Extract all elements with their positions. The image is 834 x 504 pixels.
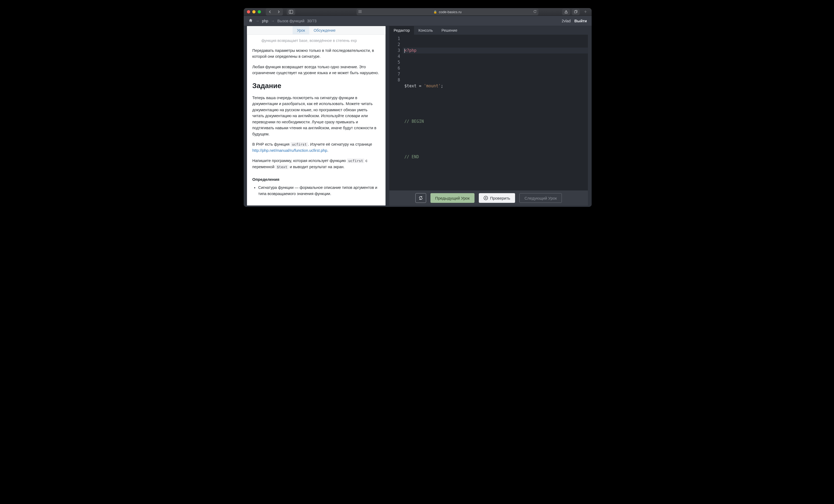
url-bar[interactable]: 🔒 code-basics.ru (356, 8, 539, 15)
lesson-content[interactable]: функция возвращает base, возведённое в с… (247, 35, 386, 205)
lock-icon: 🔒 (433, 10, 437, 14)
next-lesson-button: Следующий Урок (519, 193, 562, 203)
sidebar-toggle-icon[interactable] (287, 8, 295, 15)
reset-button[interactable] (415, 193, 426, 203)
reader-icon[interactable] (358, 10, 362, 14)
traffic-lights (247, 10, 261, 14)
close-window-icon[interactable] (247, 10, 250, 14)
app-header: → php → Вызов функций 30/73 2vlad Выйти (244, 16, 592, 26)
doc-link[interactable]: http://php.net/manual/ru/function.ucfirs… (252, 148, 327, 153)
svg-rect-6 (574, 11, 577, 13)
definitions-list: Сигнатура функции — формальное описание … (252, 184, 380, 197)
prev-lesson-button[interactable]: Предыдущий Урок (431, 193, 475, 203)
editor-tabs: Редактор Консоль Решение (389, 26, 588, 35)
tab-lesson[interactable]: Урок (292, 26, 309, 35)
url-text: code-basics.ru (439, 10, 462, 14)
breadcrumb: → php → Вызов функций 30/73 (248, 18, 316, 23)
browser-window: 🔒 code-basics.ru + (244, 8, 592, 207)
action-bar: Предыдущий Урок Проверить Следующий Урок (389, 191, 588, 205)
task-heading: Задание (252, 80, 380, 91)
lesson-tabs: Урок Обсуждение (247, 26, 386, 35)
tabs-icon[interactable] (572, 8, 580, 15)
lesson-paragraph: В PHP есть функция ucfirst. Изучите её с… (252, 141, 380, 153)
maximize-window-icon[interactable] (258, 10, 261, 14)
refresh-icon (419, 196, 423, 200)
tab-solution[interactable]: Решение (437, 26, 462, 35)
breadcrumb-lesson-counter: 30/73 (307, 19, 316, 23)
line-gutter: 12345678 (389, 35, 403, 191)
code-text-var: $text (276, 165, 289, 169)
tab-discussion[interactable]: Обсуждение (309, 26, 340, 35)
minimize-window-icon[interactable] (252, 10, 256, 14)
browser-titlebar: 🔒 code-basics.ru + (244, 8, 592, 16)
code-ucfirst: ucfirst (290, 142, 308, 147)
play-icon (484, 196, 488, 200)
lesson-paragraph: Любая функция возвращает всегда только о… (252, 64, 380, 76)
lesson-paragraph: Теперь ваша очередь посмотреть на сигнат… (252, 95, 380, 137)
lesson-panel: Урок Обсуждение функция возвращает base,… (247, 26, 386, 205)
share-icon[interactable] (562, 8, 570, 15)
tab-console[interactable]: Консоль (414, 26, 437, 35)
chevron-right-icon: → (271, 19, 275, 23)
svg-rect-0 (289, 10, 293, 14)
check-button[interactable]: Проверить (479, 193, 515, 203)
tab-editor[interactable]: Редактор (389, 26, 414, 35)
forward-button[interactable] (275, 8, 282, 15)
username[interactable]: 2vlad (562, 19, 570, 23)
breadcrumb-language[interactable]: php (262, 19, 268, 23)
new-tab-button[interactable]: + (583, 8, 588, 15)
definitions-heading: Определения (252, 176, 380, 182)
chevron-right-icon: → (256, 19, 259, 23)
back-button[interactable] (266, 8, 274, 15)
nav-back-forward (266, 8, 283, 16)
breadcrumb-lesson-title: Вызов функций (277, 19, 304, 23)
logout-link[interactable]: Выйти (574, 19, 587, 23)
lesson-paragraph: Передавать параметры можно только в той … (252, 47, 380, 60)
definition-item: Сигнатура функции — формальное описание … (258, 184, 380, 197)
home-icon[interactable] (248, 18, 253, 23)
reload-icon[interactable] (533, 10, 537, 14)
code-lines[interactable]: <?php $text = 'mount'; // BEGIN // END (403, 35, 588, 191)
code-editor[interactable]: 12345678 <?php $text = 'mount'; // BEGIN… (389, 35, 588, 191)
editor-panel: Редактор Консоль Решение 12345678 <?php … (389, 26, 588, 205)
code-ucfirst: ucfirst (347, 158, 364, 163)
app-root: → php → Вызов функций 30/73 2vlad Выйти … (244, 16, 592, 207)
lesson-paragraph: Напишите программу, которая использует ф… (252, 158, 380, 170)
lesson-truncated-line: функция возвращает base, возведённое в с… (252, 38, 380, 44)
